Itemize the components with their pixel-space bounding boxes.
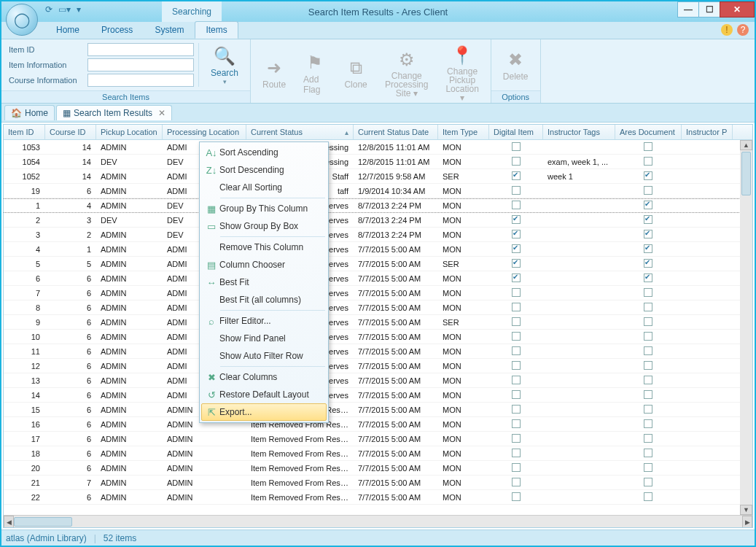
search-field-input-1[interactable] [87,58,194,71]
table-row[interactable]: 166ADMINADMINItem Removed From Reserves7… [4,417,752,432]
menu-item-best-fit[interactable]: ↔Best Fit [201,274,327,291]
checkbox[interactable] [512,274,521,282]
menu-item-restore-default-layout[interactable]: ↺Restore Default Layout [201,386,327,403]
column-header-instructor-tags[interactable]: Instructor Tags [543,125,615,139]
ribbon-btn-add-flag[interactable]: ⚑Add Flag [296,50,334,96]
column-header-pickup-location[interactable]: Pickup Location [96,125,163,139]
table-row[interactable]: 66ADMINADMIReserves7/7/2015 5:00 AMMON [4,271,752,286]
scroll-left-icon[interactable]: ◀ [4,516,14,528]
table-row[interactable]: 156ADMINADMINItem Removed From Reserves7… [4,403,752,417]
menu-item-show-find-panel[interactable]: Show Find Panel [201,330,327,347]
checkbox[interactable] [644,478,652,486]
table-row[interactable]: 96ADMINADMIReserves7/7/2015 5:00 AMSER [4,315,752,330]
menu-tab-process[interactable]: Process [90,21,144,39]
table-row[interactable]: 196ADMINADMItaff1/9/2014 10:34 AMMON [4,184,752,198]
checkbox[interactable] [644,332,652,341]
checkbox[interactable] [644,434,652,443]
table-row[interactable]: 146ADMINADMIReserves7/7/2015 5:00 AMMON [4,388,752,403]
checkbox[interactable] [512,419,521,428]
checkbox[interactable] [512,478,521,486]
horizontal-scrollbar[interactable]: ◀ ▶ [4,515,752,527]
scroll-down-icon[interactable]: ▼ [740,505,752,515]
table-row[interactable]: 126ADMINADMIReserves7/7/2015 5:00 AMMON [4,359,752,373]
menu-item-clear-all-sorting[interactable]: Clear All Sorting [201,179,327,196]
checkbox[interactable] [512,492,521,501]
checkbox[interactable] [512,230,521,238]
checkbox[interactable] [644,230,652,238]
checkbox[interactable] [644,419,652,428]
refresh-icon[interactable]: ⟳ [45,4,52,15]
alert-icon[interactable]: ! [721,24,733,36]
menu-item-column-chooser[interactable]: ▤Column Chooser [201,256,327,274]
table-row[interactable]: 136ADMINADMIReserves7/7/2015 5:00 AMMON [4,373,752,388]
checkbox[interactable] [512,405,521,414]
search-button[interactable]: 🔍 Search ▾ [203,43,246,87]
column-header-ares-document[interactable]: Ares Document [615,125,682,139]
table-row[interactable]: 176ADMINADMINItem Removed From Reserves7… [4,432,752,446]
table-row[interactable]: 14ADMINDEVReserves8/7/2013 2:24 PMMON [4,198,752,213]
scroll-right-icon[interactable]: ▶ [742,516,752,528]
help-icon[interactable]: ? [737,24,749,36]
checkbox[interactable] [644,346,652,355]
doc-tab-home[interactable]: 🏠Home [4,105,55,120]
search-field-input-0[interactable] [87,43,194,56]
column-header-processing-location[interactable]: Processing Location [163,125,246,139]
checkbox[interactable] [512,215,521,224]
close-button[interactable]: ✕ [720,1,755,18]
table-row[interactable]: 41ADMINADMIReserves7/7/2015 5:00 AMMON [4,242,752,257]
checkbox[interactable] [644,259,652,268]
checkbox[interactable] [644,376,652,384]
checkbox[interactable] [512,186,521,195]
table-row[interactable]: 105314ADMINADMIProcessing12/8/2015 11:01… [4,140,752,155]
menu-tab-items[interactable]: Items [195,21,238,39]
column-header-course-id[interactable]: Course ID [45,125,96,139]
table-row[interactable]: 55ADMINADMIReserves7/7/2015 5:00 AMSER [4,257,752,271]
checkbox[interactable] [512,157,521,166]
menu-item-best-fit-all-columns[interactable]: Best Fit (all columns) [201,291,327,309]
checkbox[interactable] [644,405,652,414]
column-header-digital-item[interactable]: Digital Item [489,125,543,139]
menu-item-clear-columns[interactable]: ✖Clear Columns [201,368,327,386]
checkbox[interactable] [512,390,521,399]
checkbox[interactable] [512,288,521,297]
maximize-button[interactable]: ☐ [698,1,720,18]
minimize-button[interactable]: — [677,1,699,18]
column-header-item-id[interactable]: Item ID [4,125,45,139]
menu-item-export[interactable]: ⇱Export... [201,403,327,421]
scroll-up-icon[interactable]: ▲ [740,140,752,150]
table-row[interactable]: 32ADMINDEVReserves8/7/2013 2:24 PMMON [4,228,752,242]
checkbox[interactable] [644,142,652,151]
delete-button[interactable]: ✖ Delete [496,47,536,83]
menu-item-show-group-by-box[interactable]: ▭Show Group By Box [201,217,327,235]
ribbon-btn-route[interactable]: ➜Route [255,55,293,91]
qat-dropdown-icon[interactable]: ▾ [77,4,81,15]
column-header-current-status[interactable]: Current Status▴ [246,125,354,139]
table-row[interactable]: 226ADMINADMINItem Removed From Reserves7… [4,490,752,505]
checkbox[interactable] [644,171,652,180]
table-row[interactable]: 217ADMINADMINItem Removed From Reserves7… [4,476,752,490]
table-row[interactable]: 86ADMINADMIReserves7/7/2015 5:00 AMMON [4,300,752,315]
checkbox[interactable] [512,346,521,355]
table-row[interactable]: 105214ADMINADMIStaff12/7/2015 9:58 AMSER… [4,169,752,184]
checkbox[interactable] [512,259,521,268]
folder-icon[interactable]: ▭▾ [58,4,71,15]
checkbox[interactable] [512,332,521,341]
column-header-item-type[interactable]: Item Type [438,125,489,139]
checkbox[interactable] [512,361,521,370]
ribbon-btn-change-processing-site[interactable]: ⚙ChangeProcessing Site ▾ [378,47,435,99]
checkbox[interactable] [512,376,521,384]
checkbox[interactable] [644,390,652,399]
menu-item-sort-descending[interactable]: Z↓Sort Descending [201,161,327,179]
h-scroll-thumb[interactable] [14,517,72,527]
table-row[interactable]: 116ADMINADMIReserves7/7/2015 5:00 AMMON [4,344,752,359]
doc-tab-search-item-results[interactable]: ▦Search Item Results✕ [56,105,172,120]
checkbox[interactable] [644,186,652,195]
menu-item-show-auto-filter-row[interactable]: Show Auto Filter Row [201,347,327,365]
search-field-input-2[interactable] [87,74,194,87]
menu-tab-system[interactable]: System [144,21,195,39]
menu-item-group-by-this-column[interactable]: ▦Group By This Column [201,200,327,217]
menu-item-remove-this-column[interactable]: Remove This Column [201,238,327,256]
column-header-instructor-p[interactable]: Instructor P [682,125,733,139]
menu-tab-home[interactable]: Home [45,21,90,39]
checkbox[interactable] [644,449,652,457]
